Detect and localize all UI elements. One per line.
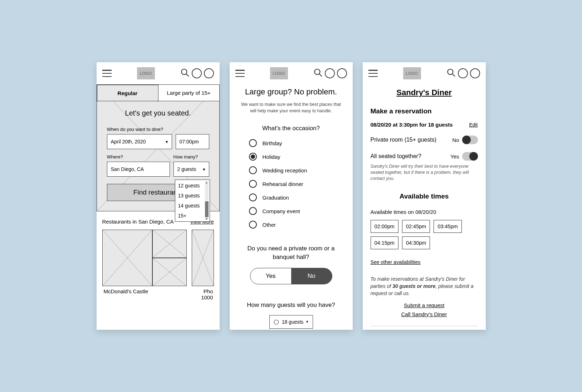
chevron-down-icon: ▾ (306, 319, 308, 324)
scroll-up-icon[interactable]: ▲ (205, 181, 209, 184)
search-form: Let's get you seated. When do you want t… (97, 101, 219, 211)
app-header: LOGO (363, 62, 486, 84)
scrollbar-thumb[interactable] (205, 201, 209, 217)
submit-request-link[interactable]: Submit a request (371, 302, 478, 308)
occasion-question: What's the occasion? (239, 125, 343, 132)
radio-wedding[interactable]: Wedding reception (249, 166, 307, 174)
restaurant-name: Pho 1000 (192, 288, 214, 300)
time-slot-list: 02:00pm 02:45pm 03:45pm 04:15pm 04:30pm (371, 220, 478, 249)
header-actions (446, 68, 480, 79)
menu-icon[interactable] (102, 70, 112, 77)
radio-label: Birthday (263, 140, 282, 146)
restaurant-card[interactable]: Pho 1000 (192, 230, 214, 300)
radio-birthday[interactable]: Birthday (249, 139, 282, 147)
radio-icon (249, 180, 257, 188)
person-icon: ◯ (274, 319, 279, 324)
date-select[interactable]: April 20th, 2020 ▾ (107, 134, 172, 149)
restaurant-title-link[interactable]: Sandry's Diner (371, 88, 478, 97)
image-placeholder (102, 230, 152, 286)
search-icon[interactable] (313, 68, 323, 79)
menu-icon[interactable] (235, 70, 245, 77)
time-slot-button[interactable]: 04:15pm (371, 236, 398, 249)
search-icon[interactable] (180, 68, 190, 79)
radio-icon (249, 193, 257, 201)
guest-count-select[interactable]: ◯ 18 guests ▾ (269, 315, 313, 329)
svg-point-12 (314, 69, 320, 74)
large-group-title: Large group? No problem. (239, 87, 343, 97)
header-actions (180, 68, 214, 79)
call-restaurant-link[interactable]: Call Sandry's Diner (371, 311, 478, 317)
svg-line-15 (452, 74, 455, 77)
svg-line-13 (319, 74, 322, 77)
time-value: 07:00pm (180, 139, 199, 144)
seated-together-label: All seated together? (371, 153, 421, 160)
scroll-down-icon[interactable]: ▼ (205, 217, 209, 221)
dropdown-option[interactable]: 15+ (178, 213, 207, 219)
party-size-tabs: Regular Large party of 15+ (97, 85, 219, 101)
see-other-availabilities-link[interactable]: See other availabilities (371, 259, 421, 265)
dropdown-option[interactable]: 13 guests (178, 193, 207, 199)
reservation-summary: 08/20/20 at 3:30pm for 18 guests (371, 122, 453, 128)
dropdown-option[interactable]: 12 guests (178, 183, 207, 188)
hero-panel: Regular Large party of 15+ Let's get you… (97, 84, 220, 211)
private-room-label: Private room (15+ guests) (371, 137, 437, 143)
screen-large-group: LOGO Large group? No problem. We want to… (230, 62, 353, 330)
radio-holiday[interactable]: Holiday (249, 153, 280, 161)
seated-together-note: Sandry's Diner will try their best to ha… (371, 163, 478, 182)
radio-other[interactable]: Other (249, 221, 276, 229)
radio-label: Graduation (263, 195, 289, 201)
menu-icon[interactable] (368, 70, 378, 77)
radio-label: Wedding reception (263, 167, 307, 173)
seated-together-value: Yes (450, 153, 459, 160)
account-icon[interactable] (458, 68, 468, 78)
time-select[interactable]: 07:00pm (176, 134, 209, 149)
dropdown-option[interactable]: 14 guests (178, 203, 207, 209)
image-placeholder (152, 258, 187, 286)
private-no-button[interactable]: No (291, 268, 332, 284)
guests-select[interactable]: 2 guests ▾ (173, 162, 209, 177)
radio-icon (249, 221, 257, 229)
logo-placeholder: LOGO (270, 67, 288, 79)
available-times-subheading: Available times on 08/20/20 (371, 209, 478, 215)
tab-regular[interactable]: Regular (97, 85, 158, 102)
account-icon[interactable] (325, 68, 335, 78)
cart-icon[interactable] (337, 68, 347, 78)
time-slot-button[interactable]: 03:45pm (434, 220, 461, 233)
location-input[interactable]: San Diego, CA (107, 162, 170, 177)
radio-company[interactable]: Company event (249, 207, 300, 215)
guests-value: 2 guests (177, 166, 196, 172)
radio-label: Rehearsal dinner (263, 181, 303, 187)
restaurant-card[interactable]: McDonald's Castle (102, 230, 187, 300)
radio-rehearsal[interactable]: Rehearsal dinner (249, 180, 303, 188)
app-header: LOGO (230, 62, 353, 84)
time-slot-button[interactable]: 04:30pm (402, 236, 430, 249)
time-slot-button[interactable]: 02:45pm (402, 220, 430, 233)
search-icon[interactable] (446, 68, 456, 79)
when-label: When do you want to dine? (107, 127, 209, 132)
guest-count-value: 18 guests (282, 319, 304, 325)
private-yes-button[interactable]: Yes (250, 268, 291, 284)
svg-point-14 (447, 69, 453, 74)
hero-title: Let's get you seated. (107, 109, 209, 117)
radio-graduation[interactable]: Graduation (249, 193, 289, 201)
date-value: April 20th, 2020 (111, 139, 146, 144)
edit-link[interactable]: Edit (469, 122, 478, 128)
large-party-note: To make reservations at Sandry's Diner f… (371, 275, 478, 297)
cart-icon[interactable] (204, 68, 214, 78)
tab-large-party[interactable]: Large party of 15+ (158, 85, 219, 101)
time-slot-button[interactable]: 02:00pm (371, 220, 398, 233)
radio-icon (249, 207, 257, 215)
private-room-toggle[interactable] (462, 136, 478, 144)
radio-icon (249, 166, 257, 174)
screen-reservation: LOGO Sandry's Diner Make a reservation 0… (363, 62, 486, 330)
radio-label: Company event (263, 208, 300, 214)
seated-together-toggle[interactable] (462, 152, 478, 161)
chevron-down-icon: ▾ (166, 139, 168, 144)
radio-label: Other (263, 222, 276, 228)
header-actions (313, 68, 347, 79)
account-icon[interactable] (192, 68, 202, 78)
guest-count-question: How many guests will you have? (239, 302, 343, 309)
cart-icon[interactable] (470, 68, 480, 78)
results-section: Restaurants in San Diego, CA View More (97, 211, 220, 308)
location-value: San Diego, CA (111, 166, 144, 172)
